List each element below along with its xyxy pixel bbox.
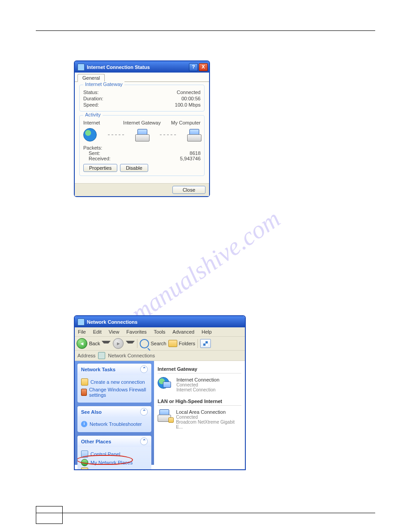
chevron-down-icon: [126, 341, 135, 346]
group-title: Internet Gateway: [83, 82, 124, 87]
side-panel: Network Tasks⌃ Create a new connection C…: [75, 361, 154, 465]
window-icon: [77, 64, 85, 71]
back-label: Back: [89, 341, 100, 346]
network-connections-window: Network Connections File Edit View Favor…: [74, 315, 246, 470]
internet-connection-status-dialog: Internet Connection Status ? X General I…: [74, 60, 210, 197]
panel-other-places: Other Places⌃ Control Panel My Network P…: [77, 436, 151, 470]
duration-value: 00:00:56: [165, 96, 201, 101]
collapse-icon[interactable]: ⌃: [140, 365, 148, 373]
globe-icon: [83, 128, 97, 142]
status-label: Status:: [83, 90, 165, 95]
search-button[interactable]: Search: [140, 339, 166, 348]
connection-line: [108, 134, 124, 135]
address-value[interactable]: Network Connections: [108, 353, 155, 358]
disable-button[interactable]: Disable: [120, 164, 148, 172]
group-title: Activity: [83, 112, 103, 117]
link-my-documents[interactable]: My Documents: [81, 468, 148, 470]
page-number-box: [36, 506, 63, 524]
packets-label: Packets:: [83, 145, 201, 150]
panel-title: Other Places: [81, 439, 111, 444]
views-button[interactable]: [200, 339, 211, 348]
pc-received: 746: [193, 156, 201, 161]
search-icon: [140, 339, 149, 348]
col-mycomputer: My Computer: [169, 120, 201, 125]
help-button[interactable]: ?: [189, 63, 198, 71]
control-panel-icon: [81, 450, 88, 458]
menu-favorites[interactable]: Favorites: [125, 329, 148, 335]
link-control-panel[interactable]: Control Panel: [81, 450, 148, 458]
col-internet: Internet: [83, 120, 115, 125]
status-value: Connected: [165, 90, 201, 95]
address-icon: [98, 352, 105, 359]
pc-sent: 618: [193, 150, 201, 156]
lan-icon: [158, 409, 172, 423]
duration-label: Duration:: [83, 96, 165, 101]
tab-general[interactable]: General: [77, 74, 105, 82]
item-lan-connection[interactable]: Local Area Connection Connected Broadcom…: [158, 409, 241, 429]
section-internet-gateway: Internet Gateway: [158, 366, 241, 373]
folders-button[interactable]: Folders: [168, 340, 195, 347]
collapse-icon[interactable]: ⌃: [140, 408, 148, 416]
properties-button[interactable]: Properties: [83, 164, 117, 172]
footer-divider: [36, 513, 375, 513]
window-title: Internet Connection Status: [87, 64, 150, 70]
folder-icon: [168, 340, 177, 347]
menu-tools[interactable]: Tools: [153, 329, 167, 335]
window-title: Network Connections: [87, 319, 137, 325]
gw-received: 5,943: [180, 156, 193, 161]
header-divider: [36, 30, 375, 31]
col-gateway: Internet Gateway: [115, 120, 169, 125]
connection-line: [160, 134, 176, 135]
tiles-icon: [203, 341, 208, 346]
collapse-icon[interactable]: ⌃: [140, 438, 148, 445]
panel-network-tasks: Network Tasks⌃ Create a new connection C…: [77, 364, 151, 403]
titlebar[interactable]: Network Connections: [75, 316, 245, 327]
info-icon: i: [81, 421, 87, 427]
mycomputer-icon: [187, 129, 201, 141]
shield-icon: [81, 389, 87, 396]
link-create-connection[interactable]: Create a new connection: [81, 378, 148, 386]
back-button[interactable]: ◄ Back: [77, 338, 111, 349]
close-button[interactable]: Close: [172, 186, 206, 194]
address-bar: Address Network Connections: [75, 351, 245, 361]
link-firewall-settings[interactable]: Change Windows Firewall settings: [81, 387, 148, 398]
speed-value: 100.0 Mbps: [165, 102, 201, 107]
gateway-icon: [135, 129, 149, 141]
menu-bar: File Edit View Favorites Tools Advanced …: [75, 327, 245, 337]
main-pane: Internet Gateway Internet Connection Con…: [154, 361, 245, 465]
item-title: Internet Connection: [176, 377, 219, 382]
close-icon[interactable]: X: [199, 63, 208, 71]
item-status: Connected: [176, 415, 241, 420]
item-title: Local Area Connection: [176, 409, 241, 415]
sent-label: Sent:: [83, 150, 190, 156]
chevron-down-icon: [102, 341, 111, 346]
menu-edit[interactable]: Edit: [92, 329, 103, 335]
toolbar: ◄ Back ► Search Folders: [75, 337, 245, 351]
group-internet-gateway: Internet Gateway Status:Connected Durati…: [79, 85, 205, 112]
panel-title: See Also: [81, 409, 102, 415]
received-label: Received:: [83, 156, 180, 161]
item-sub: Internet Connection: [176, 387, 219, 392]
menu-file[interactable]: File: [77, 329, 87, 335]
item-status: Connected: [176, 382, 219, 387]
documents-icon: [81, 468, 88, 470]
panel-title: Network Tasks: [81, 367, 116, 372]
menu-view[interactable]: View: [107, 329, 121, 335]
menu-advanced[interactable]: Advanced: [171, 329, 196, 335]
forward-button[interactable]: ►: [113, 338, 124, 349]
internet-connection-icon: [158, 377, 173, 390]
panel-see-also: See Also⌃ iNetwork Troubleshooter: [77, 406, 151, 432]
tab-strip: General: [75, 73, 209, 82]
link-my-network-places[interactable]: My Network Places: [81, 459, 148, 466]
wizard-icon: [81, 378, 88, 386]
titlebar[interactable]: Internet Connection Status ? X: [75, 61, 209, 73]
menu-help[interactable]: Help: [200, 329, 213, 335]
watermark: manualshive.com: [126, 204, 285, 328]
window-icon: [77, 318, 85, 326]
item-sub: Broadcom NetXtreme Gigabit E...: [176, 420, 241, 429]
speed-label: Speed:: [83, 102, 165, 107]
network-places-icon: [81, 459, 88, 466]
item-internet-connection[interactable]: Internet Connection Connected Internet C…: [158, 377, 241, 392]
back-arrow-icon: ◄: [77, 338, 87, 349]
link-troubleshooter[interactable]: iNetwork Troubleshooter: [81, 421, 148, 427]
